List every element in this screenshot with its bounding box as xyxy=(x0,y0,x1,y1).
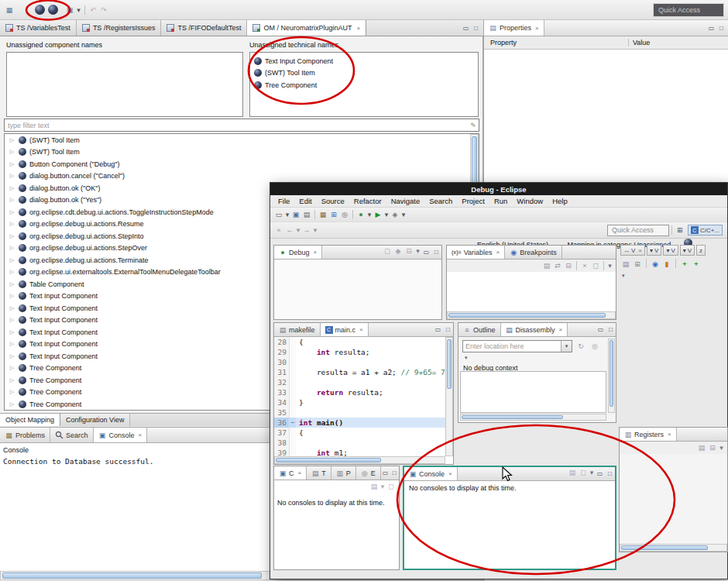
tree-item-label[interactable]: Text Input Component xyxy=(29,328,98,336)
tab-search[interactable]: Search xyxy=(50,428,94,442)
code-line[interactable]: 38 xyxy=(274,438,445,448)
expand-arrow-icon[interactable]: ▷ xyxy=(9,353,15,359)
pin-debug-icon[interactable]: ◆ xyxy=(393,246,403,256)
expand-arrow-icon[interactable]: ▷ xyxy=(9,233,15,239)
quick-access-box[interactable]: Quick Access xyxy=(607,225,669,236)
registers-horizontal-scrollbar[interactable] xyxy=(620,544,727,552)
technical-names-icon[interactable] xyxy=(48,5,58,15)
back-caret-icon[interactable]: ▾ xyxy=(295,225,301,235)
expand-arrow-icon[interactable]: ▷ xyxy=(9,149,15,155)
minimize-icon[interactable]: ▭ xyxy=(595,470,605,477)
maximize-icon[interactable]: □ xyxy=(606,326,616,333)
close-icon[interactable]: × xyxy=(448,470,452,477)
expand-arrow-icon[interactable]: ▷ xyxy=(9,221,15,227)
filter-input[interactable] xyxy=(5,122,468,129)
maximize-icon[interactable]: □ xyxy=(716,25,726,32)
maximize-icon[interactable]: □ xyxy=(431,249,441,256)
editor-vertical-scrollbar[interactable] xyxy=(445,337,453,456)
menu-navigate[interactable]: Navigate xyxy=(386,197,425,205)
open-console-icon[interactable]: ▤ xyxy=(369,481,379,492)
view-menu-icon[interactable]: ▾ xyxy=(718,442,725,453)
code-line[interactable]: 31 resulta = a1 + a2; // 9+65= 74 xyxy=(274,367,445,377)
menu-file[interactable]: File xyxy=(273,197,294,205)
tree-item-label[interactable]: org.eclipse.cdt.debug.ui.actions.ToggleI… xyxy=(29,208,214,216)
fold-collapse-icon[interactable]: − xyxy=(290,418,296,428)
info-icon[interactable]: ◉ xyxy=(650,259,661,270)
tree-item-label[interactable]: org.eclipse.debug.ui.actions.Terminate xyxy=(29,256,149,264)
tree-item-label[interactable]: Table Component xyxy=(29,280,84,288)
list-item[interactable]: (SWT) Tool Item xyxy=(250,67,478,80)
tab-debug[interactable]: ● Debug × xyxy=(274,246,322,259)
save-caret-icon[interactable]: ▾ xyxy=(75,5,82,15)
list-item-label[interactable]: Tree Component xyxy=(265,81,317,89)
tree-item-label[interactable]: Tree Component xyxy=(29,376,81,384)
location-input[interactable] xyxy=(463,342,561,350)
list-item[interactable]: Text Input Component xyxy=(250,55,478,67)
tree-item-label[interactable]: Text Input Component xyxy=(29,340,98,348)
minimized-view-variables[interactable]: ↔V× xyxy=(620,245,645,256)
unassigned-component-names-list[interactable] xyxy=(6,52,243,117)
expand-arrow-icon[interactable]: ▷ xyxy=(9,317,15,323)
tree-item-label[interactable]: Tree Component xyxy=(29,364,81,372)
menu-project[interactable]: Project xyxy=(457,197,489,205)
debug-view-body[interactable] xyxy=(274,260,441,320)
tree-item-label[interactable]: org.eclipse.debug.ui.actions.StepInto xyxy=(29,232,144,240)
code-line[interactable]: 32 xyxy=(274,377,445,387)
menu-refactor[interactable]: Refactor xyxy=(349,197,386,205)
tab-console[interactable]: ▣ Console × xyxy=(404,467,458,480)
new-wizard-icon[interactable]: ▭ xyxy=(273,209,284,220)
maximize-icon[interactable]: □ xyxy=(443,326,453,333)
code-line[interactable]: 35 xyxy=(274,407,445,418)
add-view-icon[interactable]: ⊞ xyxy=(632,259,643,270)
menu-search[interactable]: Search xyxy=(424,197,457,205)
layout-icon[interactable]: ▤ xyxy=(696,442,707,453)
expand-arrow-icon[interactable]: ▷ xyxy=(9,161,15,167)
code-area[interactable]: 28{ 29 int resulta; 30 31 resulta = a1 +… xyxy=(274,337,445,456)
scrollbar-thumb[interactable] xyxy=(610,340,613,407)
close-icon[interactable]: × xyxy=(139,431,143,438)
list-item-label[interactable]: (SWT) Tool Item xyxy=(265,69,315,77)
close-icon[interactable]: × xyxy=(668,431,671,438)
code-line[interactable]: 39 int m1; xyxy=(274,448,445,456)
tree-item-label[interactable]: Button Component ("Debug") xyxy=(29,160,119,168)
pin-console-icon[interactable]: ◻ xyxy=(386,481,397,492)
tree-item-label[interactable]: dialog.button.ok ("OK") xyxy=(29,184,100,192)
external-tools-caret-icon[interactable]: ▾ xyxy=(400,209,407,220)
expand-arrow-icon[interactable]: ▷ xyxy=(9,329,15,335)
expand-arrow-icon[interactable]: ▷ xyxy=(9,293,15,299)
view-menu-icon[interactable]: ▾ xyxy=(589,467,595,478)
connect-process-icon[interactable]: ◻ xyxy=(382,246,393,256)
minimize-icon[interactable]: ▭ xyxy=(461,25,471,32)
quick-access-box[interactable]: Quick Access xyxy=(653,3,724,17)
code-line-current[interactable]: 36−int main() xyxy=(274,418,445,428)
refresh-icon[interactable]: ↻ xyxy=(575,341,586,352)
object-map-icon[interactable] xyxy=(35,5,45,15)
code-line[interactable]: 33 return resulta; xyxy=(274,387,445,397)
close-icon[interactable]: × xyxy=(559,326,563,333)
tree-item-label[interactable]: (SWT) Tool Item xyxy=(29,136,80,144)
add-memory-icon[interactable]: + xyxy=(679,259,690,270)
tree-item-label[interactable]: (SWT) Tool Item xyxy=(29,148,80,156)
undo-icon[interactable]: ↶ xyxy=(88,5,98,15)
editor-horizontal-scrollbar[interactable] xyxy=(274,456,445,464)
expand-arrow-icon[interactable]: ▷ xyxy=(9,245,15,251)
collapse-all-icon[interactable]: ⊟ xyxy=(403,246,414,256)
forward-caret-icon[interactable]: ▾ xyxy=(312,225,318,235)
expand-arrow-icon[interactable]: ▷ xyxy=(9,269,15,275)
pin-icon[interactable]: ◎ xyxy=(589,341,600,352)
scrollbar-thumb[interactable] xyxy=(276,458,381,462)
last-edit-location-icon[interactable]: « xyxy=(273,225,284,235)
list-item[interactable]: Tree Component xyxy=(250,79,478,91)
registers-body[interactable] xyxy=(620,454,727,544)
disassembly-horizontal-scrollbar[interactable] xyxy=(460,414,606,421)
expand-arrow-icon[interactable]: ▷ xyxy=(9,173,15,179)
close-icon[interactable]: × xyxy=(314,249,318,256)
tree-item-label[interactable]: org.eclipse.debug.ui.actions.StepOver xyxy=(29,244,147,252)
column-header-property[interactable]: Property xyxy=(484,39,628,46)
tab-problems[interactable]: ▦ Problems xyxy=(0,428,50,442)
tab-breakpoints[interactable]: ◉ Breakpoints xyxy=(505,246,562,259)
maximize-icon[interactable]: □ xyxy=(471,25,481,32)
remove-selected-icon[interactable]: × xyxy=(579,260,590,271)
forward-icon[interactable]: → xyxy=(301,225,312,235)
save-icon[interactable]: ▣ xyxy=(290,209,301,220)
